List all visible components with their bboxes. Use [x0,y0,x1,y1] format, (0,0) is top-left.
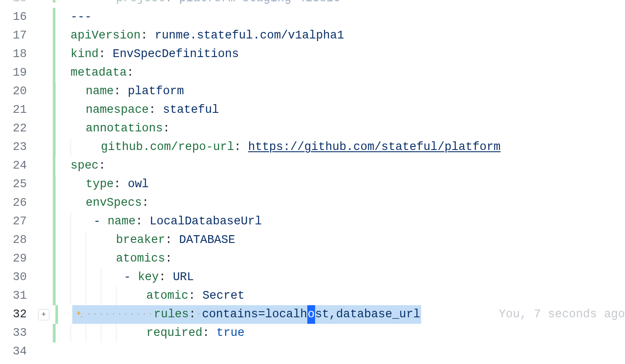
line-number: 21 [0,101,35,119]
code-content: metadata: [55,64,134,82]
line-number: 33 [0,324,35,342]
code-content: type: owl [71,175,149,194]
code-line[interactable]: 24 spec: [0,156,625,175]
code-content: breaker: DATABASE [101,231,235,249]
code-line[interactable]: 20 name: platform [0,82,625,101]
code-line[interactable]: 30 - key: URL [0,268,625,287]
code-content: annotations: [71,119,170,138]
code-content: github.com/repo-url: https://github.com/… [86,138,501,156]
code-content: apiVersion: runme.stateful.com/v1alpha1 [55,26,344,45]
line-number: 30 [0,268,35,287]
code-content: envSpecs: [71,194,149,212]
line-number: 19 [0,64,35,82]
code-line[interactable]: 29 atomics: [0,249,625,268]
code-line-active[interactable]: 32 + ···········rules:·contains=localhos… [0,305,625,324]
line-number: 22 [0,119,35,138]
code-line[interactable]: 33 required: true [0,324,625,342]
code-line[interactable]: 16 --- [0,8,625,26]
code-content: project: platform-staging-413816 [116,0,341,8]
code-line[interactable]: 21 namespace: stateful [0,101,625,119]
code-content: required: true [131,324,245,342]
code-line[interactable]: 22 annotations: [0,119,625,138]
line-number: 18 [0,45,35,64]
code-content: - name: LocalDatabaseUrl [86,212,262,231]
code-content: spec: [55,156,106,175]
code-line[interactable]: 17 apiVersion: runme.stateful.com/v1alph… [0,26,625,45]
line-number: 28 [0,231,35,249]
code-line[interactable]: 15 project: platform-staging-413816 [0,0,625,8]
line-number: 26 [0,194,35,212]
line-number: 23 [0,138,35,156]
code-content: --- [55,8,92,26]
diff-marker [53,342,55,361]
code-content: namespace: stateful [71,101,219,119]
code-content: name: platform [71,82,184,101]
code-content: ···········rules:·contains=localhost,dat… [58,305,421,324]
line-number: 25 [0,175,35,194]
line-number: 20 [0,82,35,101]
line-number: 27 [0,212,35,231]
code-line[interactable]: 27 - name: LocalDatabaseUrl [0,212,625,231]
code-line[interactable]: 25 type: owl [0,175,625,194]
code-line[interactable]: 19 metadata: [0,64,625,82]
ai-sparkle-icon[interactable] [72,308,85,321]
code-line[interactable]: 31 atomic: Secret [0,287,625,305]
code-content: kind: EnvSpecDefinitions [55,45,239,64]
code-line[interactable]: 26 envSpecs: [0,194,625,212]
code-line[interactable]: 28 breaker: DATABASE [0,231,625,249]
repo-url-link[interactable]: https://github.com/stateful/platform [248,138,500,156]
code-content: atomics: [101,249,172,268]
text-cursor: o [307,305,315,324]
code-editor[interactable]: 15 project: platform-staging-413816 16 -… [0,0,625,361]
line-number: 24 [0,156,35,175]
git-blame-annotation: You, 7 seconds ago [473,305,625,324]
line-number: 34 [0,342,35,361]
line-number: 15 [0,0,35,8]
code-content: - key: URL [116,268,194,287]
line-number: 32 [0,305,35,324]
code-content: atomic: Secret [131,287,245,305]
code-line[interactable]: 23 github.com/repo-url: https://github.c… [0,138,625,156]
code-line[interactable]: 34 [0,342,625,361]
line-number: 31 [0,287,35,305]
line-number: 29 [0,249,35,268]
line-number: 16 [0,8,35,26]
code-line[interactable]: 18 kind: EnvSpecDefinitions [0,45,625,64]
add-line-button[interactable]: + [38,309,49,320]
line-number: 17 [0,26,35,45]
